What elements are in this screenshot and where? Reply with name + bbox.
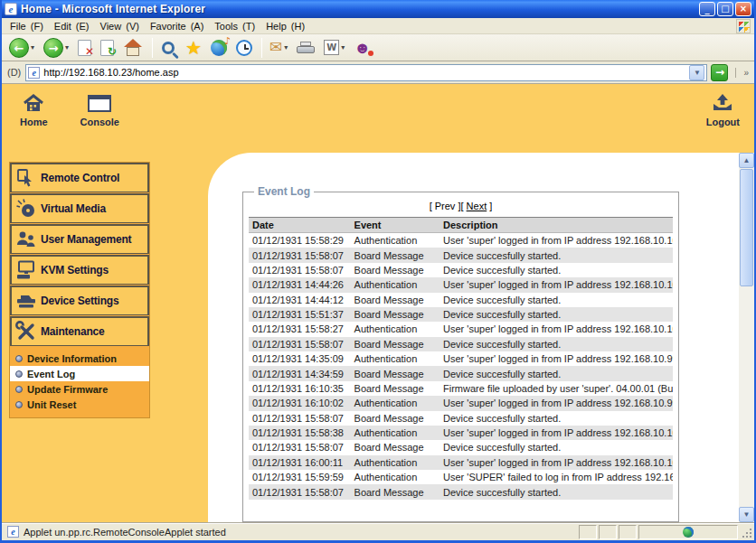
status-text: Applet un.pp.rc.RemoteConsoleApplet star… (24, 527, 226, 538)
mail-button[interactable]: ✉ ▾ (268, 36, 289, 60)
address-input[interactable]: e http://192.168.10.23/home.asp ▼ (25, 64, 707, 81)
event-log-legend: Event Log (254, 185, 314, 198)
status-panel (619, 525, 637, 539)
table-cell: 01/12/1931 15:58:07 (249, 484, 351, 499)
favorites-button[interactable]: ★ (184, 36, 203, 60)
table-cell: Board Message (351, 248, 439, 262)
scrollbar-track[interactable] (739, 287, 754, 507)
address-dropdown-icon[interactable]: ▼ (689, 65, 704, 80)
address-bar: (D) e http://192.168.10.23/home.asp ▼ → … (2, 61, 754, 84)
table-row: 01/12/1931 15:58:29AuthenticationUser 's… (249, 233, 673, 248)
sidebar-item-label: KVM Settings (41, 264, 109, 276)
sidebar-subitem-label: Event Log (27, 369, 75, 379)
table-cell: Device succesfully started. (439, 337, 673, 351)
table-row: 01/12/1931 14:44:26AuthenticationUser 's… (249, 277, 673, 292)
refresh-button[interactable]: ↻ (99, 36, 116, 60)
main-content: Event Log [ Prev ][ Next ] Date Event De… (208, 153, 739, 522)
search-button[interactable] (158, 36, 178, 60)
table-cell: 01/12/1931 15:58:29 (249, 233, 351, 248)
links-chevron-icon[interactable]: » (735, 68, 749, 78)
sidebar-item-remote-control[interactable]: Remote Control (10, 163, 149, 192)
menu-favorite[interactable]: Favorite (A) (146, 20, 210, 33)
sidebar-item-kvm-settings[interactable]: KVM Settings (10, 255, 149, 285)
console-nav-label: Console (80, 117, 119, 127)
table-cell: 01/12/1931 15:58:38 (249, 426, 351, 440)
scrollbar-thumb[interactable] (740, 169, 753, 286)
table-row: 01/12/1931 15:58:38AuthenticationUser 's… (249, 426, 673, 440)
table-cell: User 'super' logged in from IP address 1… (439, 277, 673, 292)
menu-edit[interactable]: Edit (E) (50, 20, 96, 33)
refresh-icon: ↻ (100, 40, 114, 56)
console-nav-button[interactable]: Console (80, 93, 119, 127)
table-row: 01/12/1931 15:58:27AuthenticationUser 's… (249, 322, 673, 336)
home-nav-button[interactable]: Home (20, 93, 48, 127)
sidebar-item-virtual-media[interactable]: Virtual Media (10, 193, 149, 223)
menu-help[interactable]: Help (H) (261, 20, 311, 33)
table-row: 01/12/1931 14:34:59Board MessageDevice s… (249, 366, 673, 380)
back-dropdown-icon[interactable]: ▾ (31, 43, 34, 51)
go-button[interactable]: → (711, 64, 728, 81)
print-button[interactable] (295, 36, 317, 60)
close-button[interactable]: × (735, 2, 751, 16)
table-row: 01/12/1931 15:58:07Board MessageDevice s… (249, 484, 673, 499)
vertical-scrollbar[interactable]: ▲ ▼ (739, 153, 754, 522)
media-button[interactable]: ♪ (209, 36, 229, 60)
sidebar-item-device-settings[interactable]: Device Settings (10, 286, 149, 315)
menu-accelerator: (F) (31, 21, 43, 32)
sidebar-item-user-management[interactable]: User Management (10, 224, 149, 254)
minimize-button[interactable]: _ (699, 2, 715, 16)
sidebar-item-device-information[interactable]: Device Information (10, 351, 149, 366)
virtual-media-icon (15, 198, 37, 220)
page-favicon: e (28, 67, 40, 79)
toolbar-separator (261, 38, 262, 58)
messenger-icon: ☻ (354, 40, 371, 56)
menu-tools[interactable]: Tools (T) (210, 20, 261, 33)
table-row: 01/12/1931 14:35:09AuthenticationUser 's… (249, 351, 673, 366)
forward-dropdown-icon[interactable]: ▾ (65, 43, 69, 51)
home-nav-label: Home (20, 117, 48, 127)
resize-grip[interactable] (740, 526, 752, 538)
back-button[interactable]: ← ▾ (7, 36, 36, 60)
sidebar-subitem-label: Unit Reset (27, 399, 76, 410)
edit-dropdown-icon[interactable]: ▾ (341, 43, 345, 51)
bullet-icon (15, 401, 23, 408)
home-button[interactable] (121, 36, 145, 60)
table-cell: Firmware file uploaded by user 'super'. … (439, 381, 673, 396)
edit-button[interactable]: W ▾ (322, 36, 346, 60)
sidebar-item-maintenance[interactable]: Maintenance (10, 316, 149, 346)
forward-button[interactable]: → ▾ (42, 36, 71, 60)
sidebar-subitem-label: Update Firmware (27, 384, 108, 395)
logout-button[interactable]: Logout (706, 93, 740, 127)
window-title: Home - Microsoft Internet Explorer (21, 3, 697, 15)
menu-file[interactable]: File (F) (5, 20, 50, 33)
event-log-panel: Event Log [ Prev ][ Next ] Date Event De… (242, 185, 679, 522)
scroll-down-icon[interactable]: ▼ (739, 507, 754, 522)
next-link-label[interactable]: Next (467, 201, 487, 211)
sidebar-item-event-log[interactable]: Event Log (10, 366, 149, 381)
history-button[interactable] (234, 36, 254, 60)
table-cell: User 'super' logged in from IP address 1… (439, 322, 673, 336)
windows-logo-icon (736, 19, 751, 33)
table-cell: 01/12/1931 15:51:37 (249, 307, 351, 322)
stop-button[interactable]: ✕ (76, 36, 93, 60)
messenger-button[interactable]: ☻ (352, 36, 373, 60)
menu-view[interactable]: View (V) (96, 20, 146, 33)
next-link[interactable]: [ Next ] (460, 201, 492, 211)
table-cell: 01/12/1931 14:34:59 (249, 366, 351, 380)
table-cell: Device succesfully started. (439, 484, 673, 499)
table-cell: Device succesfully started. (439, 248, 673, 262)
sidebar-item-update-firmware[interactable]: Update Firmware (10, 381, 149, 397)
address-url[interactable]: http://192.168.10.23/home.asp (43, 67, 689, 78)
table-row: 01/12/1931 15:58:07Board MessageDevice s… (249, 248, 673, 262)
table-cell: Board Message (351, 293, 439, 307)
table-cell: User 'super' logged in from IP address 1… (439, 426, 673, 440)
prev-link[interactable]: [ Prev ] (430, 201, 461, 211)
menu-bar: File (F)Edit (E)View (V)Favorite (A)Tool… (2, 18, 754, 34)
sidebar-item-unit-reset[interactable]: Unit Reset (10, 397, 149, 412)
maximize-button[interactable]: □ (717, 2, 733, 16)
scroll-up-icon[interactable]: ▲ (739, 153, 754, 168)
menu-accelerator: (H) (291, 21, 305, 32)
mail-dropdown-icon[interactable]: ▾ (284, 43, 288, 51)
table-cell: Board Message (351, 337, 439, 351)
sidebar-menu: Remote Control Virtual Media (9, 162, 150, 418)
